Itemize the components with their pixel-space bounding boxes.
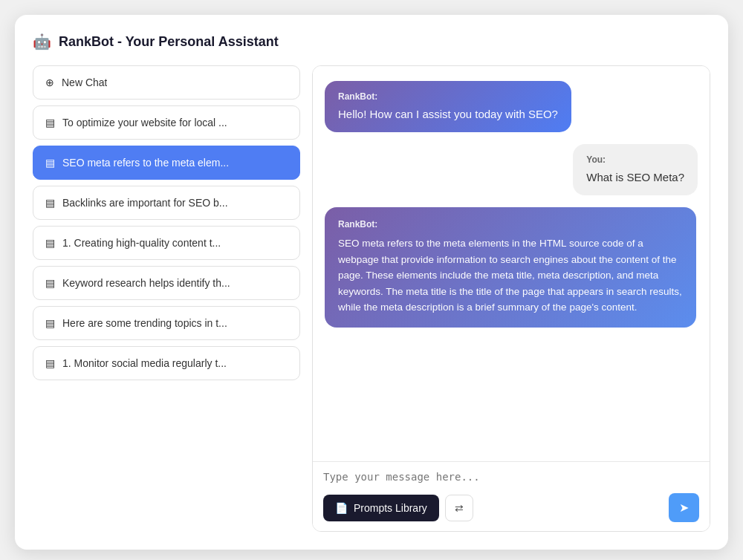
chat-icon-1: ▤ [45,157,55,169]
sidebar-item-text-3: 1. Creating high-quality content t... [62,237,221,249]
chat-icon-4: ▤ [45,277,55,289]
chat-icon-0: ▤ [45,117,55,128]
user-message-1: You: What is SEO Meta? [573,144,698,195]
chat-input-area: 📄 Prompts Library ⇄ ➤ [313,461,710,531]
user-text-1: What is SEO Meta? [586,169,684,185]
chat-area: RankBot: Hello! How can I assist you tod… [312,65,710,532]
app-container: 🤖 RankBot - Your Personal Assistant ⊕ Ne… [15,15,728,550]
chat-messages: RankBot: Hello! How can I assist you tod… [313,66,710,461]
sidebar-item-text-4: Keyword research helps identify th... [62,277,230,289]
chat-icon-6: ▤ [45,357,55,369]
new-chat-icon: ⊕ [45,76,54,88]
bot-sender-0: RankBot: [338,91,558,102]
send-button[interactable]: ➤ [669,493,699,522]
app-header: 🤖 RankBot - Your Personal Assistant [33,33,710,53]
prompts-library-icon: 📄 [335,502,348,514]
new-chat-label: New Chat [62,76,107,88]
bot-message-0: RankBot: Hello! How can I assist you tod… [325,81,571,132]
sidebar-item-text-6: 1. Monitor social media regularly t... [62,357,227,369]
bot-text-2: SEO meta refers to the meta elements in … [338,235,683,316]
chat-icon-3: ▤ [45,237,55,249]
sidebar-item-2[interactable]: ▤ Backlinks are important for SEO b... [33,186,300,220]
sidebar-item-text-5: Here are some trending topics in t... [62,317,227,329]
app-title: RankBot - Your Personal Assistant [59,34,279,50]
bot-sender-2: RankBot: [338,219,683,229]
user-sender-1: You: [586,154,684,165]
sidebar-item-1[interactable]: ▤ SEO meta refers to the meta elem... [33,146,300,180]
refresh-button[interactable]: ⇄ [445,495,473,521]
sidebar-item-text-2: Backlinks are important for SEO b... [62,197,228,209]
sidebar: ⊕ New Chat ▤ To optimize your website fo… [33,65,300,532]
prompts-library-label: Prompts Library [354,502,427,514]
bot-message-2: RankBot: SEO meta refers to the meta ele… [325,207,696,328]
sidebar-item-3[interactable]: ▤ 1. Creating high-quality content t... [33,226,300,260]
prompts-library-button[interactable]: 📄 Prompts Library [323,495,439,521]
sidebar-item-text-1: SEO meta refers to the meta elem... [62,157,229,169]
input-actions: 📄 Prompts Library ⇄ ➤ [323,493,699,522]
sidebar-item-5[interactable]: ▤ Here are some trending topics in t... [33,306,300,340]
bot-text-0: Hello! How can I assist you today with S… [338,106,558,122]
sidebar-item-6[interactable]: ▤ 1. Monitor social media regularly t... [33,346,300,380]
app-header-icon: 🤖 [33,33,51,51]
main-content: ⊕ New Chat ▤ To optimize your website fo… [33,65,710,532]
send-icon: ➤ [679,501,689,515]
new-chat-button[interactable]: ⊕ New Chat [33,65,300,100]
chat-icon-5: ▤ [45,317,55,329]
sidebar-item-4[interactable]: ▤ Keyword research helps identify th... [33,266,300,300]
chat-icon-2: ▤ [45,197,55,209]
sidebar-item-0[interactable]: ▤ To optimize your website for local ... [33,105,300,140]
refresh-icon: ⇄ [455,502,464,514]
sidebar-item-text-0: To optimize your website for local ... [62,117,227,128]
message-input[interactable] [323,471,699,483]
